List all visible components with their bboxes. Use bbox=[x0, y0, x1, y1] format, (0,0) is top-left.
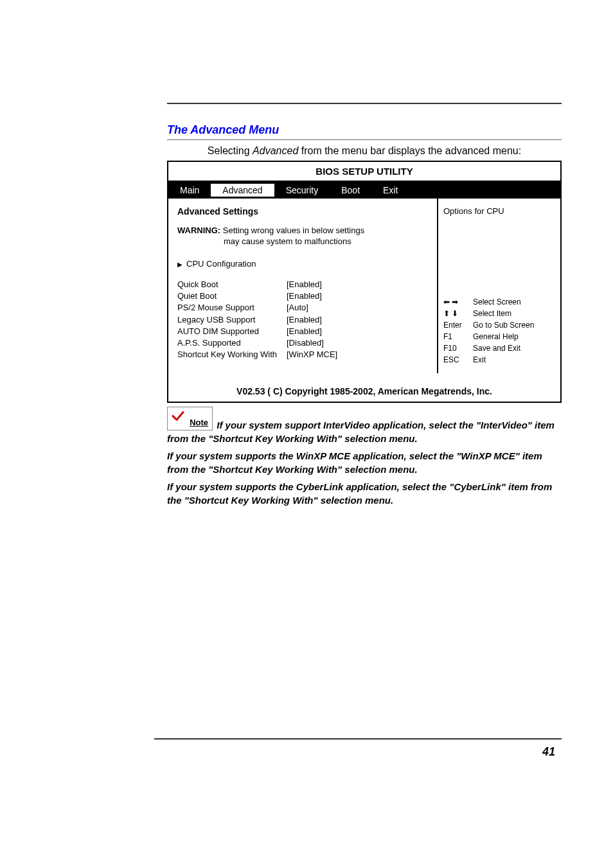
bios-menu-advanced: Advanced bbox=[211, 184, 274, 197]
setting-value: [Disabled] bbox=[287, 337, 324, 349]
options-text: Options for CPU bbox=[443, 206, 555, 216]
key-key: ⬅ ➡ bbox=[443, 296, 473, 308]
key-desc: Select Screen bbox=[473, 296, 521, 308]
intro-prefix: Selecting bbox=[208, 145, 253, 156]
note-icon-wrapper: Note bbox=[167, 407, 213, 430]
bios-menu-exit: Exit bbox=[371, 184, 409, 197]
setting-value: [Enabled] bbox=[287, 290, 322, 302]
bios-screenshot: BIOS SETUP UTILITY Main Advanced Securit… bbox=[167, 161, 562, 403]
key-help-row: ⬅ ➡ Select Screen bbox=[443, 296, 555, 308]
note-para-3: If your system supports the CyberLink ap… bbox=[167, 480, 562, 507]
bios-menu-main: Main bbox=[168, 184, 211, 197]
setting-label: AUTO DIM Supported bbox=[177, 326, 287, 337]
key-help-row: ⬆ ⬇ Select Item bbox=[443, 308, 555, 319]
setting-label: Quick Boot bbox=[177, 279, 287, 290]
setting-value: [WinXP MCE] bbox=[287, 349, 337, 360]
setting-value: [Enabled] bbox=[287, 326, 322, 337]
setting-label: Quiet Boot bbox=[177, 290, 287, 302]
key-help-row: F10 Save and Exit bbox=[443, 342, 555, 354]
setting-label: Legacy USB Support bbox=[177, 314, 287, 326]
setting-value: [Auto] bbox=[287, 302, 308, 314]
key-help: ⬅ ➡ Select Screen ⬆ ⬇ Select Item Enter … bbox=[443, 296, 555, 366]
setting-label: A.P.S. Supported bbox=[177, 337, 287, 349]
bios-content: Advanced Settings WARNING: Setting wrong… bbox=[168, 199, 560, 373]
footer-rule bbox=[154, 738, 562, 740]
intro-text: Selecting Advanced from the menu bar dis… bbox=[167, 145, 562, 157]
bios-menu-boot: Boot bbox=[330, 184, 371, 197]
advanced-settings-title: Advanced Settings bbox=[177, 206, 428, 217]
setting-row: Quiet Boot [Enabled] bbox=[177, 290, 428, 302]
key-desc: General Help bbox=[473, 331, 519, 342]
key-help-row: Enter Go to Sub Screen bbox=[443, 319, 555, 331]
key-key: Enter bbox=[443, 319, 473, 331]
key-help-row: F1 General Help bbox=[443, 331, 555, 342]
intro-suffix: from the menu bar displays the advanced … bbox=[298, 145, 521, 156]
setting-row: Shortcut Key Working With [WinXP MCE] bbox=[177, 349, 428, 360]
header-rule bbox=[167, 103, 562, 104]
key-help-row: ESC Exit bbox=[443, 354, 555, 366]
section-title: The Advanced Menu bbox=[167, 123, 562, 140]
submenu-cpu-config: CPU Configuration bbox=[177, 259, 428, 269]
key-desc: Save and Exit bbox=[473, 342, 520, 354]
note-para-2: If your system supports the WinXP MCE ap… bbox=[167, 449, 562, 476]
setting-label: Shortcut Key Working With bbox=[177, 349, 287, 360]
setting-row: Legacy USB Support [Enabled] bbox=[177, 314, 428, 326]
bios-right-panel: Options for CPU ⬅ ➡ Select Screen ⬆ ⬇ Se… bbox=[438, 199, 560, 373]
setting-row: A.P.S. Supported [Disabled] bbox=[177, 337, 428, 349]
checkmark-icon bbox=[170, 410, 187, 425]
bios-footer: V02.53 ( C) Copyright 1985-2002, America… bbox=[168, 373, 560, 402]
setting-value: [Enabled] bbox=[287, 314, 322, 326]
key-key: F1 bbox=[443, 331, 473, 342]
bios-left-panel: Advanced Settings WARNING: Setting wrong… bbox=[168, 199, 438, 373]
setting-row: PS/2 Mouse Support [Auto] bbox=[177, 302, 428, 314]
key-desc: Exit bbox=[473, 354, 486, 366]
warning-label: WARNING: bbox=[177, 226, 220, 235]
bios-menu-security: Security bbox=[274, 184, 330, 197]
key-key: ⬆ ⬇ bbox=[443, 308, 473, 319]
key-key: F10 bbox=[443, 342, 473, 354]
note-label: Note bbox=[190, 418, 208, 427]
setting-row: AUTO DIM Supported [Enabled] bbox=[177, 326, 428, 337]
key-desc: Select Item bbox=[473, 308, 511, 319]
intro-em: Advanced bbox=[253, 145, 298, 156]
setting-row: Quick Boot [Enabled] bbox=[177, 279, 428, 290]
settings-list: Quick Boot [Enabled] Quiet Boot [Enabled… bbox=[177, 279, 428, 360]
page-number: 41 bbox=[542, 745, 555, 759]
note-text-1: If your system support InterVideo applic… bbox=[167, 420, 555, 444]
setting-value: [Enabled] bbox=[287, 279, 322, 290]
note-para-1: Note If your system support InterVideo a… bbox=[167, 407, 562, 445]
note-block: Note If your system support InterVideo a… bbox=[167, 407, 562, 507]
warning-line: WARNING: Setting wrong values in below s… bbox=[177, 226, 428, 235]
key-key: ESC bbox=[443, 354, 473, 366]
bios-title: BIOS SETUP UTILITY bbox=[168, 162, 560, 182]
warning-text: Setting wrong values in below settings bbox=[220, 226, 364, 235]
bios-menu-bar: Main Advanced Security Boot Exit bbox=[168, 182, 560, 199]
key-desc: Go to Sub Screen bbox=[473, 319, 534, 331]
setting-label: PS/2 Mouse Support bbox=[177, 302, 287, 314]
warning-sub: may cause system to malfunctions bbox=[177, 236, 428, 246]
